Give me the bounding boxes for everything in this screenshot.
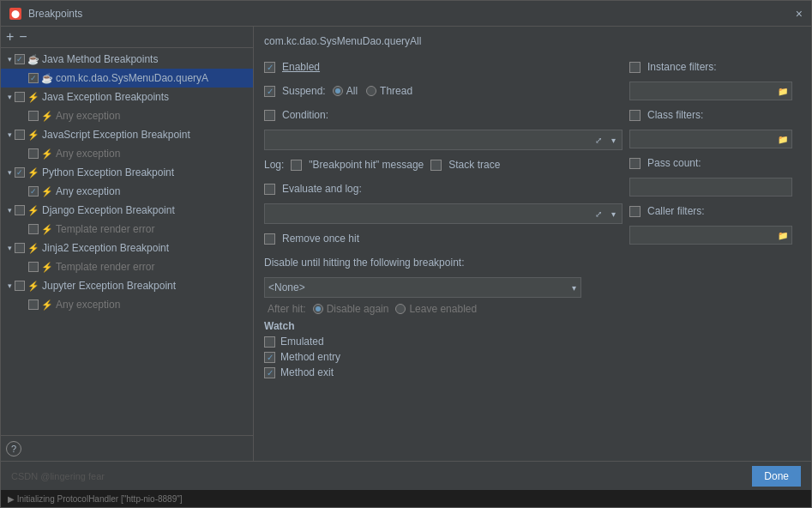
help-button[interactable]: ? bbox=[6, 441, 21, 457]
tree-chevron-icon[interactable] bbox=[4, 130, 15, 140]
tree-node-checkbox[interactable] bbox=[28, 224, 39, 234]
dialog-icon: ⬤ bbox=[9, 8, 21, 20]
tree-node[interactable]: ⚡Template render error bbox=[1, 220, 253, 239]
suspend-all-option[interactable]: All bbox=[333, 85, 358, 97]
enabled-checkbox[interactable] bbox=[264, 62, 275, 73]
leave-enabled-option[interactable]: Leave enabled bbox=[395, 303, 477, 315]
tree-chevron-icon[interactable] bbox=[4, 92, 15, 102]
tree-chevron-icon[interactable] bbox=[4, 205, 15, 215]
evaluate-log-checkbox[interactable] bbox=[264, 184, 275, 195]
class-filters-checkbox[interactable] bbox=[629, 110, 641, 121]
leave-enabled-radio[interactable] bbox=[395, 304, 406, 314]
tree-node-label: Jupyter Exception Breakpoint bbox=[42, 280, 176, 292]
add-breakpoint-button[interactable]: + bbox=[6, 30, 14, 44]
emulated-checkbox[interactable] bbox=[264, 336, 275, 348]
tree-node-checkbox[interactable] bbox=[28, 299, 39, 310]
suspend-all-radio[interactable] bbox=[333, 86, 343, 96]
disable-until-label-row: Disable until hitting the following brea… bbox=[264, 253, 623, 272]
condition-expand-icon[interactable]: ⤢ bbox=[595, 136, 602, 145]
disable-again-option[interactable]: Disable again bbox=[313, 303, 389, 315]
watermark: CSDN @lingering fear bbox=[11, 471, 752, 481]
tree-node-checkbox[interactable] bbox=[28, 148, 39, 159]
tree-node[interactable]: ⚡Jinja2 Exception Breakpoint bbox=[1, 239, 253, 257]
class-filters-browse-icon[interactable]: 📁 bbox=[775, 131, 791, 147]
tree-node-checkbox[interactable] bbox=[15, 167, 25, 178]
suspend-thread-label: Thread bbox=[380, 85, 412, 97]
tree-node[interactable]: ⚡Python Exception Breakpoint bbox=[1, 163, 253, 182]
bolt-icon: ⚡ bbox=[27, 91, 39, 103]
caller-filters-row: Caller filters: bbox=[629, 202, 801, 221]
caller-filters-input[interactable] bbox=[629, 226, 792, 245]
tree-node-checkbox[interactable] bbox=[15, 205, 25, 215]
tree-node-checkbox[interactable] bbox=[15, 92, 25, 102]
after-hit-label: After hit: bbox=[268, 303, 306, 315]
tree-node[interactable]: ⚡Java Exception Breakpoints bbox=[1, 88, 253, 106]
tree-node[interactable]: ☕Java Method Breakpoints bbox=[1, 50, 253, 69]
main-content: + − ☕Java Method Breakpoints☕com.kc.dao.… bbox=[1, 27, 811, 461]
method-entry-row: Method entry bbox=[264, 351, 623, 363]
class-filters-input[interactable] bbox=[629, 130, 792, 148]
condition-checkbox[interactable] bbox=[264, 110, 275, 121]
left-col: Enabled Suspend: All bbox=[264, 57, 623, 378]
status-text: ▶ Initializing ProtocolHandler ["http-ni… bbox=[8, 494, 183, 504]
tree-node[interactable]: ⚡Any exception bbox=[1, 144, 253, 163]
tree-node[interactable]: ⚡Template render error bbox=[1, 257, 253, 276]
method-entry-checkbox[interactable] bbox=[264, 352, 275, 363]
pass-count-input[interactable] bbox=[629, 178, 792, 197]
suspend-all-label: All bbox=[346, 85, 358, 97]
tree-node[interactable]: ⚡Any exception bbox=[1, 106, 253, 125]
instance-filters-input[interactable] bbox=[629, 82, 792, 100]
tree-node-checkbox[interactable] bbox=[28, 262, 39, 272]
tree-chevron-icon[interactable] bbox=[4, 281, 15, 291]
class-filters-row: Class filters: bbox=[629, 106, 801, 124]
pass-count-checkbox[interactable] bbox=[629, 158, 641, 169]
tree-node-checkbox[interactable] bbox=[15, 54, 25, 64]
done-button[interactable]: Done bbox=[752, 466, 801, 487]
suspend-thread-radio[interactable] bbox=[366, 86, 376, 96]
tree-node-checkbox[interactable] bbox=[15, 281, 25, 291]
method-exit-checkbox[interactable] bbox=[264, 367, 275, 378]
tree-node[interactable]: ⚡Any exception bbox=[1, 295, 253, 314]
condition-menu-icon[interactable]: ▾ bbox=[605, 132, 621, 148]
instance-filters-browse-icon[interactable]: 📁 bbox=[775, 83, 791, 99]
tree-node-checkbox[interactable] bbox=[28, 186, 39, 197]
left-toolbar: + − bbox=[1, 27, 253, 48]
stack-trace-checkbox[interactable] bbox=[430, 160, 442, 171]
tree-node[interactable]: ⚡Any exception bbox=[1, 182, 253, 201]
tree-node-checkbox[interactable] bbox=[28, 111, 39, 121]
instance-filters-input-row: 📁 bbox=[629, 82, 792, 100]
right-panel: com.kc.dao.SysMenuDao.queryAll Enabled S… bbox=[254, 27, 811, 461]
condition-input-row: ⤢ ▾ bbox=[264, 130, 623, 150]
coffee-icon: ☕ bbox=[27, 53, 39, 65]
tree-node-label: Django Exception Breakpoint bbox=[42, 204, 175, 216]
evaluate-log-menu-icon[interactable]: ▾ bbox=[605, 206, 621, 221]
tree-chevron-icon[interactable] bbox=[4, 54, 15, 64]
tree-node[interactable]: ⚡JavaScript Exception Breakpoint bbox=[1, 125, 253, 144]
breakpoints-tree[interactable]: ☕Java Method Breakpoints☕com.kc.dao.SysM… bbox=[1, 48, 253, 435]
evaluate-log-expand-icon[interactable]: ⤢ bbox=[595, 209, 602, 219]
remove-breakpoint-button[interactable]: − bbox=[19, 30, 27, 44]
condition-input[interactable] bbox=[264, 130, 623, 150]
tree-chevron-icon[interactable] bbox=[4, 243, 15, 253]
evaluate-log-input[interactable] bbox=[264, 203, 623, 224]
breakpoint-hit-checkbox[interactable] bbox=[291, 160, 302, 171]
caller-filters-checkbox[interactable] bbox=[629, 206, 641, 217]
suspend-checkbox[interactable] bbox=[264, 86, 275, 97]
tree-node-checkbox[interactable] bbox=[15, 130, 25, 140]
tree-node-checkbox[interactable] bbox=[15, 243, 25, 253]
title-bar: ⬤ Breakpoints × bbox=[1, 1, 811, 27]
remove-once-hit-checkbox[interactable] bbox=[264, 233, 275, 245]
disable-until-dropdown[interactable]: <None> bbox=[264, 277, 581, 298]
disable-until-dropdown-row: <None> ▾ bbox=[264, 277, 623, 298]
tree-node[interactable]: ☕com.kc.dao.SysMenuDao.queryA bbox=[1, 69, 253, 88]
close-button[interactable]: × bbox=[796, 8, 803, 20]
instance-filters-checkbox[interactable] bbox=[629, 62, 641, 73]
tree-node[interactable]: ⚡Django Exception Breakpoint bbox=[1, 201, 253, 220]
watch-section: Watch Emulated Method entry Method exit bbox=[264, 320, 623, 378]
tree-node[interactable]: ⚡Jupyter Exception Breakpoint bbox=[1, 276, 253, 295]
tree-node-checkbox[interactable] bbox=[28, 73, 39, 83]
suspend-thread-option[interactable]: Thread bbox=[366, 85, 412, 97]
tree-chevron-icon[interactable] bbox=[4, 167, 15, 178]
caller-filters-browse-icon[interactable]: 📁 bbox=[775, 227, 791, 243]
disable-again-radio[interactable] bbox=[313, 304, 323, 314]
